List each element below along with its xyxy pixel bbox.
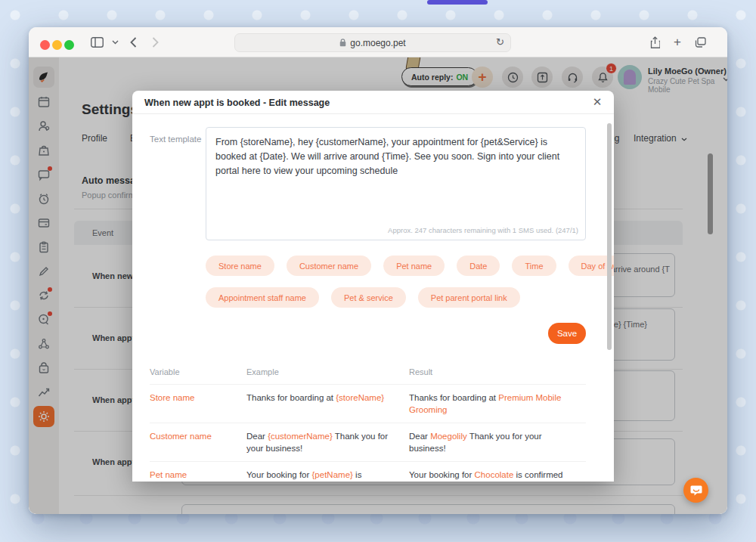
reload-icon[interactable]: ↻ xyxy=(496,36,504,48)
chip-time[interactable]: Time xyxy=(512,256,556,276)
example-variable: {customerName} xyxy=(268,432,333,441)
window-minimize-button[interactable] xyxy=(52,40,62,50)
variables-table: Variable Example Result Store name Thank… xyxy=(150,363,586,482)
forward-icon[interactable] xyxy=(147,35,163,50)
modal-scrollbar[interactable] xyxy=(607,123,612,350)
lock-icon xyxy=(339,39,346,47)
row-result: Dear Moegolily Thank you for your busine… xyxy=(409,430,586,454)
share-icon[interactable] xyxy=(647,35,662,50)
window-close-button[interactable] xyxy=(40,40,50,50)
result-text: is confirmed xyxy=(513,470,562,479)
table-row: Pet name Your booking for {petName} is c… xyxy=(150,461,586,482)
example-text: Dear xyxy=(246,432,268,441)
variables-table-header: Variable Example Result xyxy=(150,363,586,384)
chat-icon xyxy=(690,485,702,496)
chip-pet-parent-portal-link[interactable]: Pet parent portal link xyxy=(418,287,520,308)
screen-top-artifact xyxy=(427,0,488,5)
variable-chips-row-2: Appointment staff name Pet & service Pet… xyxy=(206,287,520,308)
chip-store-name[interactable]: Store name xyxy=(206,256,274,276)
col-example: Example xyxy=(246,367,409,376)
example-variable: {storeName} xyxy=(336,393,384,402)
tab-overview-icon[interactable] xyxy=(692,35,708,50)
example-text: Your booking for xyxy=(246,470,312,479)
row-example: Thanks for boarding at {storeName} xyxy=(246,392,409,416)
row-result: Thanks for boarding at Premium Mobile Gr… xyxy=(409,392,586,416)
row-result: Your booking for Chocolate is confirmed xyxy=(409,469,586,482)
row-example: Dear {customerName} Thank you for your b… xyxy=(246,430,409,454)
row-variable: Store name xyxy=(150,392,246,416)
col-variable: Variable xyxy=(150,367,246,376)
address-bar[interactable]: go.moego.pet ↻ xyxy=(234,33,511,52)
table-row: Customer name Dear {customerName} Thank … xyxy=(150,423,586,461)
character-counter: Approx. 247 characters remaining with 1 … xyxy=(388,226,578,234)
text-template-wrapper: From {storeName}, hey {customerName}, yo… xyxy=(206,127,586,240)
modal-header: When new appt is booked - Edit message ✕ xyxy=(132,91,614,114)
result-text: Thanks for boarding at xyxy=(409,393,498,402)
close-icon[interactable]: ✕ xyxy=(591,96,603,108)
browser-toolbar: go.moego.pet ↻ + xyxy=(29,27,727,57)
result-value: Chocolate xyxy=(475,470,514,479)
save-button[interactable]: Save xyxy=(548,323,586,344)
result-text: Your booking for xyxy=(409,470,475,479)
chevron-down-icon[interactable] xyxy=(107,35,122,50)
modal-title: When new appt is booked - Edit message xyxy=(144,98,330,108)
browser-window: go.moego.pet ↻ + xyxy=(29,27,727,514)
edit-message-modal: When new appt is booked - Edit message ✕… xyxy=(132,91,614,482)
chip-customer-name[interactable]: Customer name xyxy=(287,256,371,276)
chat-widget-button[interactable] xyxy=(683,478,708,503)
variable-chips-row-1: Store name Customer name Pet name Date T… xyxy=(206,256,614,276)
example-text: Thanks for boarding at xyxy=(246,393,336,402)
text-template-label: Text template xyxy=(150,135,201,144)
example-variable: {petName} xyxy=(312,470,353,479)
row-example: Your booking for {petName} is confirmed xyxy=(246,469,409,482)
sidebar-toggle-icon[interactable] xyxy=(89,35,104,50)
result-value: Moegolily xyxy=(430,432,467,441)
back-icon[interactable] xyxy=(125,35,141,50)
row-variable: Customer name xyxy=(150,430,246,454)
chip-date[interactable]: Date xyxy=(457,256,500,276)
url-text: go.moego.pet xyxy=(350,38,405,48)
row-variable: Pet name xyxy=(150,469,246,482)
result-text: Dear xyxy=(409,432,430,441)
table-row: Store name Thanks for boarding at {store… xyxy=(150,384,586,423)
text-template-input[interactable]: From {storeName}, hey {customerName}, yo… xyxy=(206,127,586,240)
chip-pet-and-service[interactable]: Pet & service xyxy=(331,287,406,308)
window-zoom-button[interactable] xyxy=(64,40,74,50)
chip-appointment-staff-name[interactable]: Appointment staff name xyxy=(206,287,319,308)
new-tab-icon[interactable]: + xyxy=(670,35,685,50)
col-result: Result xyxy=(409,367,586,376)
app-viewport: Auto reply: ON + 1 Lily MoeGo (Owner) Cr… xyxy=(29,57,727,514)
chip-pet-name[interactable]: Pet name xyxy=(383,256,445,276)
